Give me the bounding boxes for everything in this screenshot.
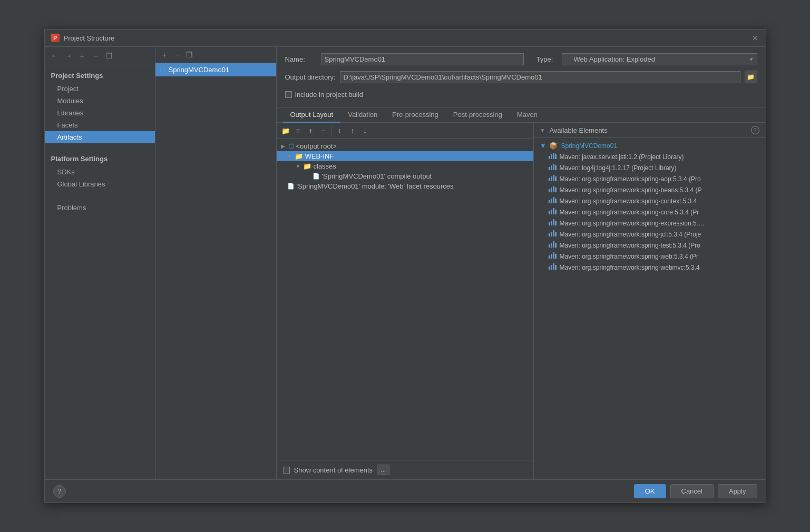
avail-item-spring-jcl[interactable]: Maven: org.springframework:spring-jcl:5.…: [534, 229, 766, 240]
tree-area: ▶ ⬡ <output root> ▼ 📁 WEB-INF ▼: [277, 139, 533, 460]
sidebar-item-sdks[interactable]: SDKs: [45, 166, 155, 178]
add-dir-button[interactable]: 📁: [280, 125, 291, 136]
tab-post-processing[interactable]: Post-processing: [446, 107, 510, 123]
artifact-name: SpringMVCDemo01: [169, 66, 230, 74]
avail-item-log4j-label: Maven: log4j:log4j:1.2.17 (Project Libra…: [560, 164, 677, 172]
avail-item-log4j[interactable]: Maven: log4j:log4j:1.2.17 (Project Libra…: [534, 162, 766, 173]
sidebar-item-problems[interactable]: Problems: [45, 202, 155, 214]
add-artifact-button[interactable]: +: [159, 49, 170, 61]
available-title-label: Available Elements: [549, 126, 607, 134]
folder-icon-classes: 📁: [303, 162, 311, 170]
separator: [331, 126, 332, 135]
sidebar-item-facets[interactable]: Facets: [45, 119, 155, 131]
copy-button[interactable]: ❐: [104, 50, 115, 62]
layout-toolbar: 📁 ≡ + − ↕ ↑ ↓: [277, 123, 533, 139]
sidebar-item-global-libraries[interactable]: Global Libraries: [45, 178, 155, 190]
tree-item-compile-output[interactable]: 📄 'SpringMVCDemo01' compile output: [277, 171, 533, 181]
show-content-row: Show content of elements ...: [277, 460, 533, 479]
config-panel: Name: Type: ⬡ Web Application: Exploded …: [277, 47, 766, 479]
tree-item-web-facet[interactable]: 📄 'SpringMVCDemo01' module: 'Web' facet …: [277, 181, 533, 191]
sidebar-item-modules[interactable]: Modules: [45, 95, 155, 107]
layout-icon-button[interactable]: ≡: [292, 125, 304, 136]
avail-item-jstl[interactable]: Maven: javax.servlet:jstl:1.2 (Project L…: [534, 151, 766, 162]
help-icon[interactable]: ?: [751, 126, 759, 134]
tree-item-webinf[interactable]: ▼ 📁 WEB-INF: [277, 151, 533, 161]
artifact-type-icon: ⬡: [160, 66, 165, 74]
name-input[interactable]: [321, 53, 524, 65]
title-bar-left: P Project Structure: [51, 34, 115, 42]
available-elements-title: ▼ Available Elements: [540, 126, 608, 134]
tab-pre-processing[interactable]: Pre-processing: [385, 107, 445, 123]
output-layout-area: 📁 ≡ + − ↕ ↑ ↓ ▶ ⬡ <outpu: [277, 123, 766, 479]
avail-group-icon: ▼: [540, 142, 546, 150]
tree-item-output-root[interactable]: ▶ ⬡ <output root>: [277, 141, 533, 151]
avail-item-spring-webmvc-label: Maven: org.springframework:spring-webmvc…: [560, 264, 700, 271]
remove-artifact-button[interactable]: −: [171, 49, 183, 61]
tree-item-classes[interactable]: ▼ 📁 classes: [277, 161, 533, 171]
show-content-options-button[interactable]: ...: [377, 465, 389, 475]
tab-maven[interactable]: Maven: [510, 107, 545, 123]
remove-button[interactable]: −: [90, 50, 102, 62]
help-button[interactable]: ?: [53, 485, 66, 498]
artifact-entry-springmvcdemo01[interactable]: ⬡ SpringMVCDemo01: [155, 63, 276, 76]
sidebar-item-libraries[interactable]: Libraries: [45, 107, 155, 119]
avail-item-spring-expression[interactable]: Maven: org.springframework:spring-expres…: [534, 218, 766, 229]
name-row: Name: Type: ⬡ Web Application: Exploded …: [285, 53, 757, 65]
web-facet-icon: 📄: [287, 183, 295, 190]
avail-item-jstl-label: Maven: javax.servlet:jstl:1.2 (Project L…: [560, 153, 684, 161]
maven-icon-spring-beans: [549, 186, 557, 194]
avail-item-spring-core[interactable]: Maven: org.springframework:spring-core:5…: [534, 206, 766, 218]
avail-item-spring-webmvc[interactable]: Maven: org.springframework:spring-webmvc…: [534, 262, 766, 273]
tab-output-layout[interactable]: Output Layout: [283, 107, 341, 123]
forward-button[interactable]: →: [63, 50, 74, 62]
add-button[interactable]: +: [76, 50, 88, 62]
maven-icon-spring-jcl: [549, 230, 557, 238]
browse-dir-button[interactable]: 📁: [745, 71, 757, 83]
maven-icon-spring-web: [549, 252, 557, 260]
project-structure-dialog: P Project Structure ✕ ← → + − ❐ Project …: [44, 29, 766, 503]
problems-section: Problems: [45, 198, 155, 218]
include-build-row: Include in project build: [285, 88, 757, 101]
avail-item-spring-test[interactable]: Maven: org.springframework:spring-test:5…: [534, 240, 766, 251]
cancel-button[interactable]: Cancel: [670, 484, 714, 498]
avail-group-springmvc: ▼ 📦 SpringMVCDemo01: [534, 140, 766, 151]
maven-icon-spring-context: [549, 197, 557, 205]
back-button[interactable]: ←: [49, 50, 61, 62]
output-dir-row: Output directory: 📁: [285, 71, 757, 83]
move-down-button[interactable]: ↓: [359, 125, 371, 136]
maven-icon-spring-expression: [549, 219, 557, 227]
project-settings-section: Project Settings Project Modules Librari…: [45, 65, 155, 149]
add-element-button[interactable]: +: [305, 125, 317, 136]
remove-element-button[interactable]: −: [318, 125, 329, 136]
ok-button[interactable]: OK: [634, 484, 666, 498]
move-up-button[interactable]: ↑: [347, 125, 358, 136]
avail-item-spring-context[interactable]: Maven: org.springframework:spring-contex…: [534, 195, 766, 206]
available-expand-arrow: ▼: [540, 127, 545, 133]
avail-item-spring-web[interactable]: Maven: org.springframework:spring-web:5.…: [534, 251, 766, 262]
tab-validation[interactable]: Validation: [340, 107, 385, 123]
platform-settings-header: Platform Settings: [45, 153, 155, 165]
config-form: Name: Type: ⬡ Web Application: Exploded …: [277, 47, 766, 107]
maven-icon-spring-test: [549, 241, 557, 249]
sort-button[interactable]: ↕: [334, 125, 346, 136]
sidebar-item-project[interactable]: Project: [45, 83, 155, 95]
copy-artifact-button[interactable]: ❐: [184, 49, 196, 61]
avail-item-spring-test-label: Maven: org.springframework:spring-test:5…: [560, 242, 700, 249]
avail-item-spring-beans[interactable]: Maven: org.springframework:spring-beans:…: [534, 184, 766, 195]
platform-settings-section: Platform Settings SDKs Global Libraries: [45, 149, 155, 195]
apply-button[interactable]: Apply: [718, 484, 757, 498]
platform-settings-items: SDKs Global Libraries: [45, 165, 155, 191]
sidebar-item-artifacts[interactable]: Artifacts: [45, 131, 155, 143]
show-content-checkbox[interactable]: [283, 467, 290, 474]
left-toolbar: ← → + − ❐: [45, 47, 155, 65]
include-build-checkbox[interactable]: [285, 91, 292, 98]
tabs-bar: Output Layout Validation Pre-processing …: [277, 107, 766, 123]
output-dir-input[interactable]: [340, 71, 740, 83]
type-select[interactable]: Web Application: Exploded: [562, 53, 757, 65]
close-button[interactable]: ✕: [751, 34, 759, 42]
main-content: ← → + − ❐ Project Settings Project Modul…: [45, 47, 766, 479]
maven-icon-spring-aop: [549, 175, 557, 183]
maven-icon-spring-webmvc: [549, 263, 557, 271]
avail-item-spring-aop[interactable]: Maven: org.springframework:spring-aop:5.…: [534, 173, 766, 184]
avail-group-label: 📦: [549, 142, 558, 150]
